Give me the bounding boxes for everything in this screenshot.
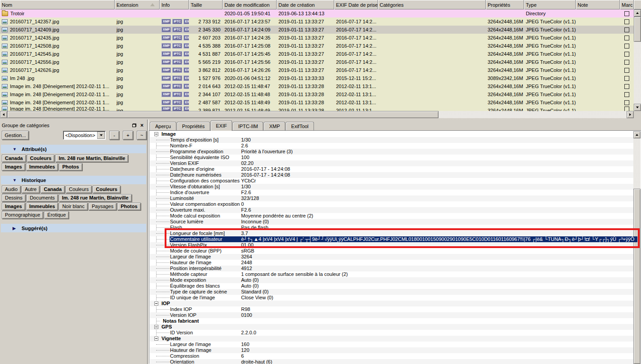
- scroll-up-button[interactable]: [633, 131, 641, 138]
- category-tag-button[interactable]: Images: [2, 163, 25, 171]
- marked-checkbox[interactable]: [624, 52, 629, 57]
- category-tag-button[interactable]: Canada: [2, 155, 26, 162]
- exif-section-row[interactable]: Vignette: [150, 336, 633, 342]
- exif-field-row[interactable]: Luminosité323/128: [150, 195, 633, 201]
- category-tag-button[interactable]: Im. 248 rue Martin, Blainville: [55, 155, 128, 162]
- marked-checkbox[interactable]: [624, 76, 629, 81]
- category-tag-button[interactable]: Érotique: [44, 211, 69, 219]
- tree-collapse-icon[interactable]: [154, 132, 158, 136]
- category-tag-button[interactable]: Images: [2, 203, 25, 210]
- tab-exiftool[interactable]: ExifTool: [286, 122, 314, 130]
- exif-field-row[interactable]: Ouverture maxi.F2.6: [150, 207, 633, 213]
- exif-field-row[interactable]: Largeur de l'image3264: [150, 254, 633, 260]
- category-tag-button[interactable]: Im. 248 rue Martin, Blainville: [59, 194, 132, 202]
- exif-field-row[interactable]: Compression6: [150, 353, 633, 359]
- scroll-down-button[interactable]: [634, 104, 641, 111]
- category-tag-button[interactable]: Paysages: [89, 203, 117, 210]
- file-row[interactable]: Image im. 248 [Déneigement] 2012-02-11 1…: [0, 98, 634, 107]
- manage-categories-button[interactable]: Gestion...: [2, 131, 29, 140]
- category-tag-button[interactable]: Autre: [22, 186, 40, 193]
- file-list-vertical-scrollbar[interactable]: [634, 9, 641, 111]
- column-header-type[interactable]: Type: [524, 0, 576, 9]
- scroll-left-button[interactable]: [0, 111, 7, 118]
- file-row[interactable]: 20160717_142545.jpgjpgXMPIPTCEXIF4 531 8…: [0, 50, 634, 58]
- tab-xmp[interactable]: XMP: [264, 122, 285, 130]
- category-tag-button[interactable]: Photos: [59, 163, 82, 171]
- exif-field-row[interactable]: Source lumièreInconnue (0): [150, 219, 633, 225]
- tree-collapse-icon[interactable]: [154, 337, 158, 341]
- category-tag-button[interactable]: Immeubles: [26, 163, 58, 171]
- exif-field-row[interactable]: Version EXIF02.20: [150, 160, 633, 166]
- marked-checkbox[interactable]: [624, 107, 629, 111]
- file-row[interactable]: 20160717_142626.jpgjpgXMPIPTCEXIF3 862 8…: [0, 66, 634, 74]
- file-row[interactable]: Im 248 .jpgjpgXMPIPTCEXIF1 527 9762020-0…: [0, 74, 634, 82]
- exif-field-row[interactable]: Largeur de l'image160: [150, 342, 633, 347]
- exif-field-row[interactable]: Date¦heure numérisées2016-07-17 - 14:24:…: [150, 172, 633, 178]
- tree-collapse-icon[interactable]: [154, 325, 158, 329]
- file-row[interactable]: Image im. 248 [Déneigement] 2012-02-11 1…: [0, 90, 634, 98]
- file-list-horizontal-scrollbar[interactable]: [0, 111, 634, 118]
- column-header-proprietes[interactable]: Propriétés: [486, 0, 524, 9]
- column-header-marque[interactable]: Marc: [620, 0, 634, 9]
- category-tag-button[interactable]: Couleurs: [27, 155, 55, 162]
- file-row[interactable]: Image im. 248 [Déneigement] 2012-02-11 1…: [0, 107, 634, 111]
- exif-field-row[interactable]: Programme d'expositionPriorité à l'ouver…: [150, 149, 633, 155]
- exif-field-row[interactable]: Hauteur de l'image120: [150, 347, 633, 353]
- layout-dropdown[interactable]: <Disposition>: [63, 131, 106, 140]
- column-header-note[interactable]: Note: [576, 0, 620, 9]
- exif-section-row[interactable]: IOP: [150, 301, 633, 306]
- category-tag-button[interactable]: Couleurs: [66, 186, 92, 193]
- exif-field-row[interactable]: Longueur de focale [mm]3.7: [150, 231, 633, 236]
- exif-field-row[interactable]: Configuration des composantesYCbCr: [150, 178, 633, 184]
- float-panel-button[interactable]: [131, 122, 138, 129]
- tilde-button[interactable]: ~: [137, 131, 147, 140]
- exif-field-row[interactable]: Mode calcul expositionMoyenne pondérée a…: [150, 213, 633, 219]
- exif-field-row[interactable]: Date¦heure d'origine2016-07-17 - 14:24:0…: [150, 166, 633, 172]
- marked-checkbox[interactable]: [624, 68, 629, 73]
- exif-section-row[interactable]: Notas fabricant: [150, 318, 633, 324]
- marked-checkbox[interactable]: [624, 84, 629, 89]
- file-row[interactable]: Trotoir2020-01-05 19:50:412019-06-13 13:…: [0, 9, 634, 18]
- column-header-taille[interactable]: Taille: [189, 0, 223, 9]
- category-tag-button[interactable]: Pornographique: [2, 211, 43, 219]
- exif-field-row[interactable]: Commentaire utilisateurè┘†┐▲4 ĮxV4 ĮxV4 …: [150, 236, 637, 242]
- category-tag-button[interactable]: Couleurs: [93, 186, 121, 193]
- exif-field-row[interactable]: Hauteur de l'image2448: [150, 260, 633, 266]
- close-panel-button[interactable]: ×: [139, 122, 145, 129]
- marked-checkbox[interactable]: [624, 100, 629, 105]
- marked-checkbox[interactable]: [624, 19, 629, 24]
- exif-field-row[interactable]: Nombre-F2.6: [150, 143, 633, 149]
- exif-field-row[interactable]: Valeur compensation exposition0: [150, 201, 633, 207]
- tab-aper-u[interactable]: Aperçu: [150, 122, 176, 130]
- exif-field-row[interactable]: Équilibrage des blancsAuto (0): [150, 283, 633, 289]
- add-category-button[interactable]: +: [123, 131, 133, 140]
- exif-field-row[interactable]: Mode de couleur (BPP)sRGB: [150, 248, 633, 254]
- tab-propri-t-s[interactable]: Propriétés: [177, 122, 210, 130]
- section-header-attribues[interactable]: ▼Attribué(s): [1, 145, 146, 153]
- marked-checkbox[interactable]: [624, 44, 629, 49]
- dropdown-arrow-button[interactable]: [97, 132, 105, 139]
- exif-field-row[interactable]: Vitesse d'obturation [s]1/30: [150, 184, 633, 190]
- marked-checkbox[interactable]: [624, 60, 629, 65]
- exif-section-row[interactable]: Image: [150, 131, 633, 137]
- category-tag-button[interactable]: Canada: [40, 186, 65, 193]
- exif-tree-scrollbar[interactable]: [633, 131, 641, 364]
- scrollbar-track[interactable]: [633, 138, 641, 189]
- exif-field-row[interactable]: ID Version2.2.0.0: [150, 330, 633, 336]
- column-header-date-de-creation[interactable]: Date de création: [277, 0, 334, 9]
- marked-checkbox[interactable]: [624, 36, 629, 40]
- exif-field-row[interactable]: FlashPas de flash: [150, 225, 633, 231]
- exif-field-row[interactable]: Sensibilité équivalente ISO100: [150, 155, 633, 160]
- file-row[interactable]: 20160717_142556.jpgjpgXMPIPTCEXIF5 565 2…: [0, 58, 634, 66]
- exif-field-row[interactable]: Indice d'ouvertureF2.6: [150, 190, 633, 195]
- category-tag-button[interactable]: Documents: [27, 194, 58, 202]
- file-row[interactable]: 20160717_142357.jpgjpgXMPIPTCEXIF2 733 9…: [0, 18, 634, 26]
- category-tag-button[interactable]: Noir blanc: [59, 203, 88, 210]
- file-row[interactable]: 20160717_142409.jpgjpgXMPIPTCEXIF2 345 3…: [0, 26, 634, 34]
- tree-collapse-icon[interactable]: [154, 302, 158, 306]
- section-header-suggeres[interactable]: ▶Suggéré(s): [1, 224, 146, 232]
- exif-field-row[interactable]: Orientationdroite-haut (6): [150, 359, 633, 364]
- column-header-exif-date-de-prise[interactable]: EXIF Date de prise: [334, 0, 378, 9]
- marked-checkbox[interactable]: [624, 27, 629, 32]
- category-tag-button[interactable]: Immeubles: [26, 203, 58, 210]
